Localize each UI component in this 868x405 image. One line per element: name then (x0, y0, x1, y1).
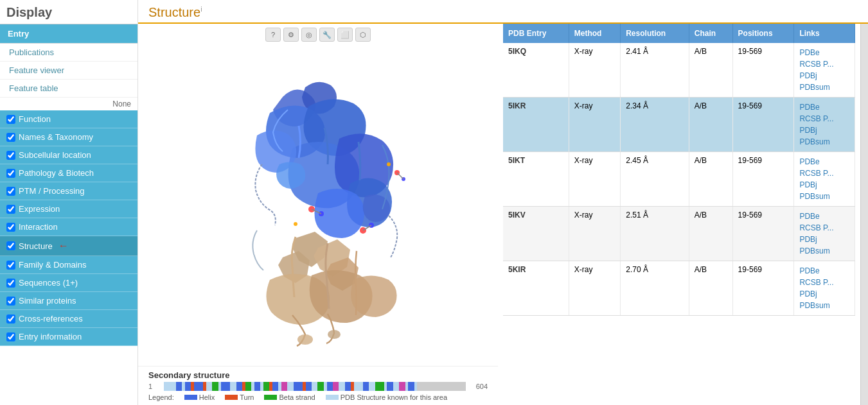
sequences-label: Sequences (1+) (19, 278, 78, 288)
pdb-link[interactable]: PDBsum (799, 300, 849, 311)
extra-button[interactable]: ⬡ (355, 28, 371, 42)
fullscreen-button[interactable]: ⬜ (337, 28, 353, 42)
ss-bar-row: 1 (148, 382, 488, 391)
pdb-link[interactable]: RCSB P... (799, 222, 849, 234)
scrollbar[interactable] (860, 24, 868, 405)
cell-entry: 5IKR (503, 98, 569, 152)
pdb-link[interactable]: PDBe (799, 211, 849, 222)
cell-positions: 19-569 (732, 152, 794, 207)
main-content: Structurei ? ⚙ ◎ 🔧 ⬜ ⬡ (138, 0, 868, 405)
sidebar-item-subcellular[interactable]: Subcellular location (0, 146, 137, 164)
sidebar-link-publications[interactable]: Publications (0, 44, 137, 62)
pdb-link[interactable]: PDBsum (799, 245, 849, 257)
pdb-link[interactable]: RCSB P... (799, 277, 849, 288)
function-checkbox[interactable] (6, 115, 15, 124)
subcellular-checkbox[interactable] (6, 151, 15, 160)
pdb-link[interactable]: PDBe (799, 265, 849, 277)
cell-chain: A/B (689, 261, 732, 316)
pdb-link[interactable]: PDBsum (799, 82, 849, 93)
screenshot-button[interactable]: ◎ (301, 28, 317, 42)
pdb-link[interactable]: RCSB P... (799, 113, 849, 125)
interaction-checkbox[interactable] (6, 223, 15, 232)
sequences-checkbox[interactable] (6, 279, 15, 288)
pdb-link[interactable]: PDBsum (799, 191, 849, 202)
help-button[interactable]: ? (265, 28, 281, 42)
sidebar-item-sequences[interactable]: Sequences (1+) (0, 274, 137, 292)
cell-links: PDBeRCSB P...PDBjPDBsum (794, 261, 855, 316)
cell-positions: 19-569 (732, 207, 794, 261)
tools-button[interactable]: 🔧 (319, 28, 335, 42)
th-links: Links (794, 24, 855, 43)
none-link[interactable]: None (0, 98, 137, 110)
pdb-link[interactable]: PDBe (799, 47, 849, 58)
expression-checkbox[interactable] (6, 205, 15, 214)
sidebar-item-names-taxonomy[interactable]: Names & Taxonomy (0, 128, 137, 146)
cell-positions: 19-569 (732, 43, 794, 98)
pathology-checkbox[interactable] (6, 169, 15, 178)
beta-strand-label: Beta strand (279, 393, 315, 401)
cross-references-checkbox[interactable] (6, 315, 15, 323)
pdb-structure-color-box (326, 395, 339, 400)
pdb-link[interactable]: PDBj (799, 234, 849, 245)
structure-checkbox[interactable] (6, 241, 15, 250)
main-body: ? ⚙ ◎ 🔧 ⬜ ⬡ (138, 24, 868, 405)
turn-legend: Turn (225, 393, 254, 401)
sidebar-item-expression[interactable]: Expression (0, 200, 137, 218)
entry-information-label: Entry information (19, 332, 82, 341)
function-label: Function (19, 114, 51, 124)
ss-start: 1 (148, 383, 161, 390)
cell-entry: 5KIR (503, 261, 569, 316)
sidebar-item-similar-proteins[interactable]: Similar proteins (0, 292, 137, 310)
svg-point-2 (328, 330, 341, 339)
pathology-label: Pathology & Biotech (19, 168, 94, 178)
settings-button[interactable]: ⚙ (283, 28, 299, 42)
structure-label: Structure (19, 241, 53, 251)
table-row: 5IKQX-ray2.41 ÅA/B19-569PDBeRCSB P...PDB… (503, 43, 855, 98)
pdb-link[interactable]: PDBj (799, 125, 849, 136)
pdb-structure-legend: PDB Structure known for this area (326, 393, 447, 401)
cell-positions: 19-569 (732, 261, 794, 316)
pdb-link[interactable]: PDBe (799, 156, 849, 168)
pdb-link[interactable]: PDBsum (799, 136, 849, 148)
sidebar-item-pathology[interactable]: Pathology & Biotech (0, 164, 137, 182)
sidebar-item-entry-information[interactable]: Entry information (0, 328, 137, 346)
sidebar-item-ptm[interactable]: PTM / Processing (0, 182, 137, 200)
sidebar-title: Display (0, 0, 137, 24)
family-domains-checkbox[interactable] (6, 261, 15, 270)
sidebar-item-function[interactable]: Function (0, 110, 137, 128)
sidebar-item-interaction[interactable]: Interaction (0, 218, 137, 236)
beta-strand-color-box (264, 395, 277, 400)
family-domains-label: Family & Domains (19, 260, 86, 270)
subcellular-label: Subcellular location (19, 150, 91, 160)
entry-information-checkbox[interactable] (6, 332, 15, 341)
table-row: 5IKTX-ray2.45 ÅA/B19-569PDBeRCSB P...PDB… (503, 152, 855, 207)
cross-references-label: Cross-references (19, 314, 83, 323)
pdb-link[interactable]: PDBj (799, 288, 849, 300)
structure-3d-viewer[interactable] (138, 46, 498, 366)
sidebar-item-family-domains[interactable]: Family & Domains (0, 256, 137, 274)
beta-strand-legend: Beta strand (264, 393, 315, 401)
pdb-link[interactable]: PDBj (799, 70, 849, 82)
ptm-label: PTM / Processing (19, 186, 85, 196)
cell-links: PDBeRCSB P...PDBjPDBsum (794, 152, 855, 207)
svg-point-10 (387, 162, 391, 166)
svg-point-7 (294, 222, 297, 226)
pdb-link[interactable]: RCSB P... (799, 168, 849, 179)
cell-positions: 19-569 (732, 98, 794, 152)
ss-bar (164, 382, 466, 391)
pdb-link[interactable]: PDBe (799, 101, 849, 113)
names-taxonomy-checkbox[interactable] (6, 133, 15, 142)
sidebar-link-feature-table[interactable]: Feature table (0, 80, 137, 98)
sidebar-entry-btn[interactable]: Entry (0, 24, 137, 44)
th-positions: Positions (732, 24, 794, 43)
svg-point-1 (297, 334, 313, 345)
sidebar-item-structure[interactable]: Structure ← (0, 236, 137, 256)
pdb-table-area: PDB Entry Method Resolution Chain Positi… (498, 24, 860, 405)
ptm-checkbox[interactable] (6, 187, 15, 196)
cell-method: X-ray (569, 43, 620, 98)
sidebar-item-cross-references[interactable]: Cross-references (0, 310, 137, 328)
sidebar-link-feature-viewer[interactable]: Feature viewer (0, 62, 137, 80)
similar-proteins-checkbox[interactable] (6, 297, 15, 306)
pdb-link[interactable]: RCSB P... (799, 58, 849, 70)
pdb-link[interactable]: PDBj (799, 179, 849, 191)
